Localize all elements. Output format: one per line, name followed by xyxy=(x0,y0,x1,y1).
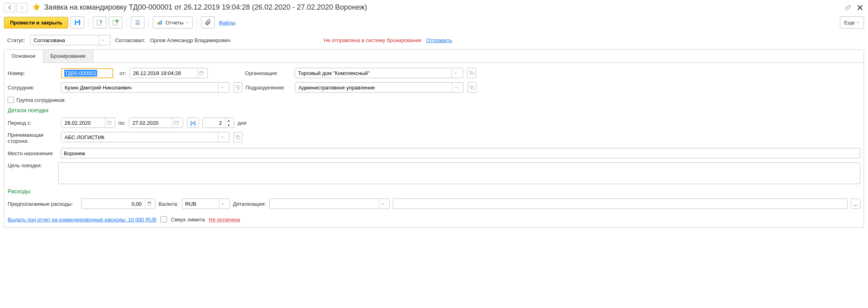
period-picker-btn[interactable]: (•) xyxy=(187,118,199,128)
booking-warning: Не отправлена в систему бронирования xyxy=(324,37,421,43)
detail-dropdown-btn[interactable] xyxy=(379,199,387,209)
currency-input[interactable] xyxy=(182,199,219,209)
employee-input[interactable] xyxy=(61,83,218,92)
currency-dropdown-btn[interactable] xyxy=(219,199,227,209)
detail-text-input[interactable] xyxy=(393,199,848,209)
trip-section-title: Детали поездки xyxy=(8,107,860,113)
svg-rect-13 xyxy=(107,122,111,125)
period-label: Период с: xyxy=(8,120,58,126)
purpose-label: Цель поездки: xyxy=(8,162,55,168)
employee-open-btn[interactable] xyxy=(234,82,242,93)
post-button[interactable] xyxy=(93,16,106,28)
status-label: Статус: xyxy=(7,37,25,43)
reports-dropdown[interactable]: Отчеты xyxy=(153,16,193,28)
dept-open-btn[interactable] xyxy=(468,82,476,93)
files-link[interactable]: Файлы xyxy=(219,20,235,26)
estimated-label: Предполагаемые расходы: xyxy=(8,201,78,207)
days-label: дня xyxy=(238,120,246,126)
dept-label: Подразделение: xyxy=(246,85,292,91)
currency-label: Валюта: xyxy=(159,201,179,207)
save-button[interactable] xyxy=(71,16,84,28)
calendar-icon[interactable] xyxy=(173,118,181,128)
send-link[interactable]: Отправить xyxy=(426,37,452,43)
host-open-btn[interactable] xyxy=(234,132,242,142)
svg-rect-1 xyxy=(76,20,79,22)
expenses-section-title: Расходы xyxy=(8,188,860,195)
more-button[interactable]: Еще xyxy=(840,16,864,28)
detail-label: Детализация: xyxy=(233,201,266,207)
svg-rect-14 xyxy=(175,122,179,125)
detail-input[interactable] xyxy=(270,199,379,209)
nav-forward-button[interactable] xyxy=(16,3,28,12)
svg-rect-2 xyxy=(76,23,79,25)
estimated-input[interactable] xyxy=(81,199,145,209)
dept-input[interactable] xyxy=(295,83,452,92)
tab-main[interactable]: Основное xyxy=(4,50,43,63)
over-limit-label: Сверх лимита xyxy=(171,217,205,223)
calendar-icon[interactable] xyxy=(197,68,205,78)
nav-back-button[interactable] xyxy=(4,3,15,12)
not-paid-link[interactable]: Не оплачена xyxy=(209,217,240,223)
tab-booking[interactable]: Бронирование xyxy=(43,50,94,63)
date-to-input[interactable] xyxy=(129,118,173,128)
to-label: по: xyxy=(118,120,126,126)
dest-label: Место назначения: xyxy=(8,150,58,156)
approved-by: Орлов Александр Владимирович xyxy=(150,37,231,43)
detail-more-btn[interactable]: ... xyxy=(851,199,860,209)
calendar-icon[interactable] xyxy=(105,118,113,128)
close-icon[interactable] xyxy=(856,4,864,12)
post-close-button[interactable]: Провести и закрыть xyxy=(4,17,68,28)
attach-button[interactable] xyxy=(201,16,215,28)
page-title: Заявка на командировку ТД00-000001 от 26… xyxy=(44,3,844,12)
days-input[interactable] xyxy=(203,118,225,128)
number-input[interactable]: ТД00-000001 xyxy=(61,68,113,78)
host-input[interactable] xyxy=(61,132,218,142)
svg-rect-9 xyxy=(200,72,203,75)
svg-rect-7 xyxy=(159,21,161,24)
org-dropdown-btn[interactable] xyxy=(451,68,459,78)
svg-rect-6 xyxy=(158,22,159,24)
dept-dropdown-btn[interactable] xyxy=(452,83,460,92)
date-from-input[interactable] xyxy=(61,118,105,128)
approved-label: Согласовал: xyxy=(115,37,145,43)
svg-rect-17 xyxy=(148,203,150,203)
advance-link[interactable]: Выдать под отчет на командировочные расх… xyxy=(8,217,157,223)
host-label: Принимающая сторона: xyxy=(8,132,58,144)
svg-rect-3 xyxy=(97,20,102,25)
over-limit-checkbox[interactable] xyxy=(161,216,167,223)
group-checkbox[interactable] xyxy=(8,97,14,103)
host-dropdown-btn[interactable] xyxy=(218,132,226,142)
org-label: Организация: xyxy=(245,70,291,76)
unpost-button[interactable] xyxy=(109,16,122,28)
reports-label: Отчеты xyxy=(165,20,183,26)
from-label: от: xyxy=(120,70,126,76)
purpose-input[interactable] xyxy=(58,162,860,184)
list-button[interactable] xyxy=(131,16,144,28)
days-up[interactable]: ▲ xyxy=(226,118,232,123)
favorite-star-icon[interactable] xyxy=(32,2,41,12)
number-label: Номер: xyxy=(8,70,58,76)
group-label: Группа сотрудников: xyxy=(16,97,66,103)
org-open-btn[interactable] xyxy=(467,68,476,78)
days-down[interactable]: ▼ xyxy=(226,123,232,128)
dest-input[interactable] xyxy=(61,148,860,158)
date-input[interactable] xyxy=(130,68,197,78)
svg-rect-8 xyxy=(161,20,162,25)
link-icon[interactable] xyxy=(844,4,852,12)
employee-dropdown-btn[interactable] xyxy=(218,83,226,92)
org-input[interactable] xyxy=(295,68,451,78)
status-dropdown-btn[interactable] xyxy=(99,35,107,45)
calc-icon[interactable] xyxy=(145,199,153,209)
status-select[interactable] xyxy=(30,35,99,45)
employee-label: Сотрудник: xyxy=(8,85,58,91)
